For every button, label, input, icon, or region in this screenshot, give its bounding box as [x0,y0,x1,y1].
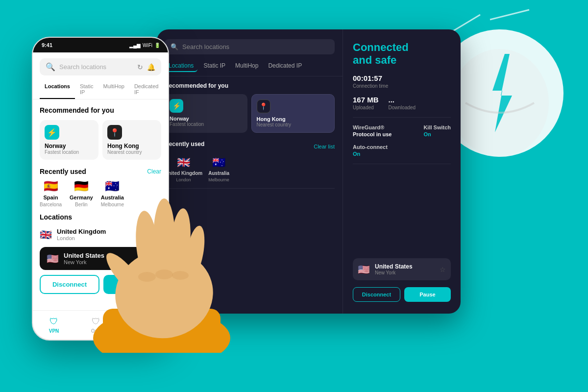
phone-tab-multihop[interactable]: MultiHop [98,80,129,99]
hongkong-name: Hong Kong [257,116,330,122]
autoconnect-label: Auto-connect [353,144,451,150]
phone-norway-name: Norway [45,143,94,149]
tablet-recently-row: Recently used Clear list [157,141,343,152]
phone-rec-hongkong[interactable]: 📍 Hong Kong Nearest country [102,120,161,160]
vpn-icon: 🛡 [49,317,58,327]
connection-time-value: 00:01:57 [353,74,451,82]
phone-search-placeholder: Search locations [59,63,106,71]
uk-city: London [176,177,191,182]
tab-dedicated-ip[interactable]: Dedicated IP [264,60,306,72]
active-us-city: New York [64,259,143,265]
phone-recently-title: Recently used [40,168,86,175]
phone-recent-germany[interactable]: 🇩🇪 Germany Berlin [70,179,93,207]
uk-name: United Kingdom [165,171,202,176]
tablet-left-panel: 🔍 Search locations Locations Static IP M… [157,29,343,314]
search-icon: 🔍 [171,43,178,50]
phone-clear-button[interactable]: Clear [147,168,161,175]
connected-title: Connected and safe [353,41,451,67]
uk-flag: 🇬🇧 [177,156,190,169]
phone-search-bar[interactable]: 🔍 Search locations ↻ 🔔 [40,58,161,75]
germany-city: Berlin [75,202,88,207]
tablet-recently-title: Recently used [165,141,204,147]
stats-divider [353,117,451,118]
spain-name: Spain [44,195,58,200]
spain-city: Barcelona [40,202,62,207]
phone-locations-title: Locations [33,213,168,221]
au-city: Melbourne [208,177,229,182]
phone-recent-items: 🇪🇸 Spain Barcelona 🇩🇪 Germany Berlin 🇦🇺 … [33,179,168,207]
recent-australia[interactable]: 🇦🇺 Australia Melbourne [208,156,229,182]
phone-norway-sub: Fastest location [45,149,94,155]
tablet-tabs: Locations Static IP MultiHop Dedicated I… [157,60,343,76]
tablet-location-item-1[interactable]: ☆ [157,195,343,210]
tab-static-ip[interactable]: Static IP [199,60,229,72]
au-flag-phone: 🇦🇺 [105,179,120,193]
settings-icon: ⚙ [138,317,146,327]
phone-hongkong-sub: Nearest country [107,149,156,155]
refresh-icon[interactable]: ↻ [137,63,143,71]
autoconnect-value: On [353,151,451,157]
norway-icon: ⚡ [170,99,183,113]
phone-status-icons: ▂▄▆ WiFi 🔋 [129,43,160,48]
active-us-name: United States [64,252,143,259]
protocol-info: WireGuard® Protocol in use [353,124,392,137]
norway-name: Norway [170,116,243,122]
recent-uk[interactable]: 🇬🇧 United Kingdom London [165,156,202,182]
au-flag: 🇦🇺 [212,156,225,169]
one-label: One [91,328,100,334]
phone-rec-cards: ⚡ Norway Fastest location 📍 Hong Kong Ne… [33,117,168,163]
rec-card-hongkong[interactable]: 📍 Hong Kong Nearest country [251,94,335,133]
phone-hongkong-name: Hong Kong [107,143,156,149]
uk-loc-name: United Kingdom [57,228,149,235]
protocol-label: WireGuard® [353,124,392,130]
phone-status-bar: 9:41 ▂▄▆ WiFi 🔋 [33,38,168,52]
phone-recommended-title: Recommended for you [33,103,168,117]
active-city: New York [375,270,435,275]
tablet-disconnect-button[interactable]: Disconnect [353,287,400,302]
active-star-icon[interactable]: ☆ [440,266,446,273]
phone-tab-dedicated[interactable]: Dedicated IF [129,80,164,99]
phone-device: 9:41 ▂▄▆ WiFi 🔋 🔍 Search locations ↻ 🔔 L… [32,37,169,341]
phone-recent-australia[interactable]: 🇦🇺 Australia Melbourne [101,179,124,207]
wifi-icon: WiFi [143,43,152,48]
phone-tab-static-ip[interactable]: Static IP [75,80,98,99]
tab-multihop[interactable]: MultiHop [231,60,262,72]
killswitch-label: Kill Switch [423,124,451,130]
settings-label: Settings [133,329,152,334]
phone-pause-button[interactable]: Pause [103,275,161,294]
active-us-star[interactable]: ☆ [147,254,154,263]
upload-download-row: 167 MB Uploaded ... Downloaded [353,96,451,110]
downloaded-block: ... Downloaded [389,96,416,110]
phone-tab-locations[interactable]: Locations [40,80,75,99]
active-us-flag: 🇺🇸 [47,253,59,265]
phone-tabs: Locations Static IP MultiHop Dedicated I… [33,80,168,99]
rec-card-norway[interactable]: ⚡ Norway Fastest location [165,94,247,133]
protocol-sub-label: Protocol in use [353,131,392,137]
lower-divider [353,164,451,164]
au-city-phone: Melbourne [101,202,124,207]
tablet-right-panel: Connected and safe 00:01:57 Connection t… [343,29,461,314]
bottom-tab-settings[interactable]: ⚙ Settings [133,317,152,334]
phone-search-icon: 🔍 [46,62,55,72]
phone-recent-spain[interactable]: 🇪🇸 Spain Barcelona [40,179,62,207]
phone-rec-norway[interactable]: ⚡ Norway Fastest location [40,120,98,160]
phone-active-location[interactable]: 🇺🇸 United States New York ☆ [40,247,161,270]
uk-loc-star[interactable]: ☆ [154,230,161,239]
tablet-active-location[interactable]: 🇺🇸 United States New York ☆ [353,258,451,280]
bottom-tab-vpn[interactable]: 🛡 VPN [49,317,59,334]
downloaded-label: Downloaded [389,105,416,110]
bell-icon[interactable]: 🔔 [147,63,155,71]
tablet-device: 🔍 Search locations Locations Static IP M… [157,29,461,314]
tablet-pause-button[interactable]: Pause [404,287,451,302]
active-country: United States [375,263,435,270]
tab-locations[interactable]: Locations [165,60,197,72]
tablet-location-item-2[interactable]: ☆ [157,210,343,226]
clear-list-button[interactable]: Clear list [314,144,335,149]
phone-body: 🔍 Search locations ↻ 🔔 Locations Static … [33,52,168,310]
phone-disconnect-button[interactable]: Disconnect [40,275,99,294]
phone-recently-row: Recently used Clear [33,168,168,175]
tablet-search-bar[interactable]: 🔍 Search locations [165,39,335,54]
au-name: Australia [208,171,229,176]
phone-loc-uk[interactable]: 🇬🇧 United Kingdom London ☆ [33,224,168,245]
bottom-tab-one[interactable]: 🛡 One [91,317,100,334]
